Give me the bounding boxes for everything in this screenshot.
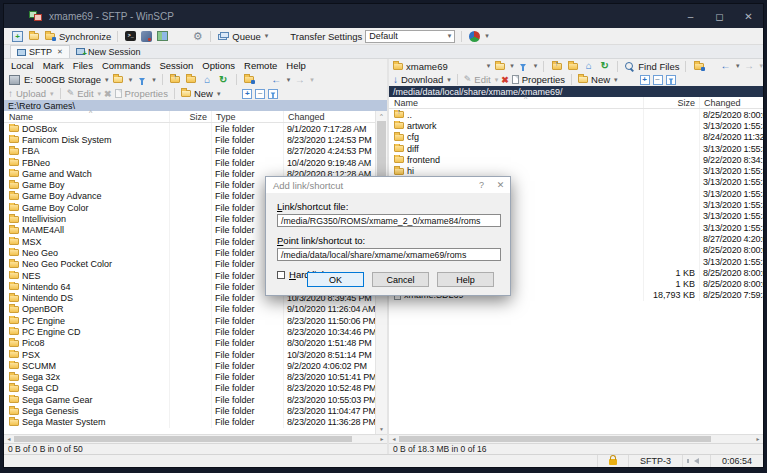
properties-button[interactable]: Properties [125,88,168,99]
scroll-left-icon[interactable]: ◄ [389,436,399,442]
local-horizontal-scrollbar[interactable]: ◄ ► [4,434,387,443]
open-directory-dropdown-icon[interactable]: ▾ [510,62,514,70]
tab-sftp[interactable]: SFTP ✕ [10,45,70,58]
back-icon[interactable]: ← [719,60,732,73]
file-row[interactable]: SCUMM File folder 9/2/2020 4:06:02 PM [4,360,375,371]
point-to-input[interactable]: /media/data/local/share/xmame/xmame69/ro… [277,248,501,261]
refresh-icon[interactable]: ↻ [598,60,611,73]
upload-button[interactable]: Upload [16,88,46,99]
remote-horizontal-scrollbar[interactable]: ◄ ► [389,434,763,443]
remote-directory-selector[interactable]: xmame69 [406,61,483,72]
duplicate-icon[interactable] [512,75,519,84]
commander-view-icon[interactable]: + [11,30,24,43]
file-row[interactable]: FBA File folder 8/27/2020 4:24:53 PM [4,146,375,157]
forward-dropdown-icon[interactable]: ▾ [759,62,763,70]
back-dropdown-icon[interactable]: ▾ [287,76,291,84]
home-directory-icon[interactable]: ⌂ [582,60,595,73]
file-row[interactable]: PC Engine CD File folder 8/23/2020 10:34… [4,326,375,337]
back-icon[interactable]: ← [270,73,283,86]
parent-directory-icon[interactable]: ↑ [550,60,563,73]
new-button[interactable]: New [194,88,213,99]
filter-button[interactable] [268,89,278,99]
properties-button[interactable]: Properties [522,74,565,85]
filter-button[interactable] [666,75,676,85]
scroll-left-icon[interactable]: ◄ [4,436,14,442]
file-row[interactable]: Sega CD File folder 8/23/2020 10:52:48 P… [4,383,375,394]
transfer-preset-dropdown-icon[interactable]: ▾ [485,32,489,40]
open-directory-icon[interactable] [112,73,125,86]
close-button[interactable]: ✕ [734,4,763,28]
filter-dropdown-icon[interactable]: ▾ [152,76,156,84]
dialog-close-button[interactable]: ✕ [491,177,510,193]
file-row[interactable]: PSX File folder 10/3/2020 8:51:14 PM [4,349,375,360]
find-files-button[interactable]: Find Files [638,61,679,72]
file-row[interactable]: frontend 9/22/2020 8:34:19 [389,154,763,165]
add-bookmark-icon[interactable] [692,60,705,73]
dialog-title-bar[interactable]: Add link/shortcut ? ✕ [266,177,510,193]
protocol-status[interactable]: SFTP-3 [628,455,682,467]
new-dropdown-icon[interactable]: ▾ [614,76,618,84]
column-header-name[interactable]: Name [4,112,169,122]
queue-icon[interactable] [217,31,229,42]
file-row[interactable]: PC Engine File folder 8/23/2020 11:50:06… [4,315,375,326]
column-header-changed[interactable]: Changed [699,97,763,108]
ok-button[interactable]: OK [307,272,364,287]
download-button[interactable]: Download [401,74,443,85]
file-row[interactable]: Pico8 File folder 8/30/2020 1:51:48 PM [4,338,375,349]
file-row[interactable]: ↑.. 8/25/2020 8:00:03 [389,109,763,120]
upload-dropdown-icon[interactable]: ▾ [50,90,54,98]
filter-icon[interactable] [517,60,530,73]
panel-layout-icon[interactable] [156,30,169,43]
drive-dropdown-icon[interactable]: ▾ [105,76,109,84]
queue-dropdown-icon[interactable]: ▾ [265,32,269,40]
expand-button[interactable]: + [640,75,650,85]
gear-icon[interactable]: ⚙ [191,30,204,43]
duplicate-icon[interactable] [115,89,122,98]
menu-item[interactable]: Options [202,60,235,71]
column-header-size[interactable]: Size [169,111,211,122]
back-dropdown-icon[interactable]: ▾ [736,62,740,70]
file-row[interactable]: Famicom Disk System File folder 8/23/202… [4,134,375,145]
notifications-status[interactable] [682,455,710,467]
console-icon[interactable]: >_ [124,30,137,43]
remote-path-bar[interactable]: /media/data/local/share/xmame/xmame69/ [389,86,763,97]
file-row[interactable]: cfg 8/24/2020 11:32:03 [389,132,763,143]
transfer-settings-select[interactable]: Default ▾ [365,30,455,43]
refresh-icon[interactable]: ↻ [217,73,230,86]
dialog-help-button[interactable]: ? [472,177,491,193]
synchronize-icon[interactable] [43,30,56,43]
menu-item[interactable]: Help [286,60,306,71]
scrollbar-thumb[interactable] [14,436,352,442]
maximize-button[interactable]: ◻ [705,4,734,28]
filter-icon[interactable] [135,73,148,86]
collapse-button[interactable]: − [653,75,663,85]
open-directory-dropdown-icon[interactable]: ▾ [129,76,133,84]
home-directory-icon[interactable]: ⌂ [201,73,214,86]
menu-item[interactable]: Local [11,60,34,71]
root-directory-icon[interactable] [566,60,579,73]
menu-item[interactable]: Remote [244,60,277,71]
filter-dropdown-icon[interactable]: ▾ [534,62,538,70]
menu-item[interactable]: Session [159,60,193,71]
delete-icon[interactable]: ✖ [104,89,112,99]
link-file-input[interactable]: /media/RG350/ROMS/xmame_2_0/xmame84/roms [277,214,501,227]
edit-dropdown-icon[interactable]: ▾ [495,76,499,84]
open-directory-icon[interactable] [493,60,506,73]
tab-close-icon[interactable]: ✕ [57,48,63,56]
synchronize-button[interactable]: Synchronize [59,31,111,42]
new-dropdown-icon[interactable]: ▾ [217,90,221,98]
forward-icon[interactable]: → [293,73,306,86]
collapse-button[interactable]: − [255,89,265,99]
file-row[interactable]: DOSBox File folder 9/1/2020 7:17:28 AM [4,123,375,134]
forward-icon[interactable]: → [742,60,755,73]
file-row[interactable]: diff 3/13/2020 1:55:31 [389,143,763,154]
hard-link-checkbox[interactable] [277,271,285,279]
putty-icon[interactable] [140,30,153,43]
file-row[interactable]: Sega 32x File folder 8/23/2020 10:51:41 … [4,372,375,383]
scrollbar-thumb[interactable] [399,436,711,442]
tab-new-session[interactable]: New Session [70,45,147,58]
synchronize-browsing-icon[interactable] [27,30,40,43]
help-button[interactable]: Help [437,272,494,287]
drive-selector[interactable]: E: 500GB Storage [24,74,101,85]
edit-button[interactable]: Edit [77,88,93,99]
